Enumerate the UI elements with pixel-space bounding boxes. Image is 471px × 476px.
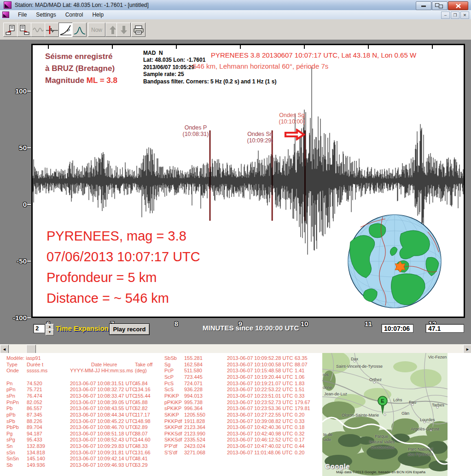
response-curve-icon: P: [60, 24, 72, 35]
save-record-button[interactable]: [17, 23, 31, 37]
table-row: 1.83: [295, 381, 304, 386]
map-terrain: E: [322, 353, 448, 476]
y-tick-label: -50: [4, 257, 27, 265]
table-row: 88.226: [27, 418, 42, 424]
table-row: 1.06: [295, 374, 304, 380]
table-row: 511.580: [184, 368, 202, 373]
cursor-value-field[interactable]: 47.1: [425, 324, 464, 333]
table-row: 144.60: [135, 437, 151, 442]
event-header-line1: PYRENEES 3.8 20130607 10:07:17 UTC, Lat …: [211, 51, 416, 59]
sg-arrow-icon: [284, 129, 305, 141]
map-place-label: Saint-Vincent-de-Tyrosse: [336, 364, 383, 369]
table-row: 2013-06-07 10:09:31.81 UTC: [70, 450, 136, 455]
titlebar[interactable]: Station: MAD/MAD Lat: 48.035 Lon: -1.760…: [0, 0, 471, 11]
table-row: PcP: [164, 368, 174, 373]
table-header: Type: [6, 362, 17, 367]
table-row: 2013-06-07 10:08:46.70 UTC: [70, 424, 136, 430]
table-row: Sb: [6, 462, 12, 468]
table-row: PKiKP: [164, 393, 179, 399]
table-row: Sg: [164, 362, 170, 367]
close-button[interactable]: [448, 1, 468, 10]
print-button[interactable]: [131, 23, 145, 37]
scroll-left-button[interactable]: ◄: [0, 345, 9, 353]
table-row: 134.818: [27, 450, 45, 455]
table-row: 2013-06-07 10:09:52.28 UTC: [227, 355, 293, 361]
magnitude-value: ML = 3.8: [87, 76, 117, 85]
event-summary-block: PYRENEES, mag = 3.8 07/06/2013 10:07:17 …: [47, 226, 200, 309]
mdi-close-button[interactable]: ✕: [460, 12, 469, 19]
table-row: 74.520: [27, 381, 42, 386]
menu-help[interactable]: Help: [87, 11, 108, 19]
menu-settings[interactable]: Settings: [31, 11, 60, 19]
mdi-minimize-button[interactable]: –: [441, 12, 450, 19]
mdi-restore-button[interactable]: ❐: [451, 12, 459, 19]
table-row: Sn: [6, 443, 12, 449]
table-row: 2013-06-07 10:08:44.34 UTC: [70, 412, 136, 417]
table-row: pPKiKP: [164, 400, 182, 405]
table-row: pPn: [6, 387, 16, 392]
table-row: 2013-06-07 11:01:48.06 UTC: [227, 450, 292, 455]
y-tick-label: -100: [4, 314, 27, 322]
table-row: ScS: [164, 387, 174, 392]
printer-icon: [133, 25, 144, 35]
table-row: 995.738: [184, 400, 203, 405]
table-row: 2013-06-07 10:08:52.43 UTC: [70, 437, 136, 442]
table-row: 2013-06-07 10:39:08.82 UTC: [227, 418, 293, 424]
scroll-down-button[interactable]: [116, 23, 131, 37]
table-row: 63.29: [135, 462, 148, 468]
spin-down-button[interactable]: ▼: [46, 329, 54, 335]
map-place-label: Orthez: [369, 377, 382, 382]
raw-trace-button[interactable]: [31, 23, 45, 37]
table-row: 2013-06-07 10:08:32.72 UTC: [70, 387, 136, 392]
table-row: P'P'df: [164, 443, 177, 449]
table-row: 724.071: [184, 381, 203, 386]
table-row: 89.704: [27, 424, 42, 430]
scrollbar-thumb[interactable]: [26, 345, 36, 353]
table-row: 0.44: [295, 443, 304, 449]
bell-curve-button[interactable]: [72, 23, 87, 37]
annotation-ondes-p: Ondes P(10:08:31): [182, 124, 209, 137]
table-row: 0.33: [295, 393, 304, 399]
table-header: Onde: [6, 368, 19, 373]
menu-control[interactable]: Control: [61, 11, 88, 19]
table-row: 0.33: [295, 418, 304, 424]
load-record-button[interactable]: [3, 23, 17, 37]
table-header: sssss.ms: [27, 368, 47, 373]
table-row: 2013-06-07 10:09:29.83 UTC: [70, 443, 136, 449]
table-header: YYYY-MM-JJ HH:mm:ss.ms: [70, 368, 133, 373]
phase-panel: Modèle: iasp91TypeDurée tDate HeureTake …: [0, 353, 471, 476]
restore-button[interactable]: [432, 1, 448, 10]
table-row: 155.44: [135, 393, 151, 399]
scroll-right-button[interactable]: ►: [463, 345, 471, 353]
minimize-button[interactable]: [416, 1, 431, 10]
response-curve-button[interactable]: P: [58, 23, 73, 37]
app-window: Station: MAD/MAD Lat: 48.035 Lon: -1.760…: [0, 0, 471, 476]
filter-pick-button[interactable]: [45, 23, 59, 37]
time-expansion-input[interactable]: 2: [33, 324, 45, 333]
table-row: Pn: [6, 381, 12, 386]
table-row: 1205.550: [184, 412, 205, 417]
map-place-label: des Pyrénées: [408, 452, 433, 457]
play-record-button[interactable]: Play record: [109, 323, 150, 335]
table-row: 1.41: [295, 368, 304, 373]
table-row: 2013-06-07 10:19:21.07 UTC: [227, 381, 293, 386]
table-row: pPb: [6, 412, 16, 417]
table-row: 0.17: [295, 437, 304, 442]
map-place-label: Dax: [351, 357, 358, 361]
table-row: 88.07: [135, 431, 148, 436]
y-tick-label: 100: [4, 87, 27, 95]
cursor-time-field[interactable]: 10:07:06: [381, 324, 413, 333]
menu-file[interactable]: File: [13, 11, 31, 19]
horizontal-scrollbar[interactable]: ◄ ►: [0, 344, 471, 353]
table-row: 134.16: [135, 387, 151, 392]
table-row: 45.84: [135, 381, 148, 386]
table-row: 2013-06-07 10:08:33.47 UTC: [70, 393, 136, 399]
table-row: 62.89: [135, 424, 148, 430]
map-place-label: Jean-de-Luz: [324, 392, 347, 396]
table-row: 2013-06-07 10:08:39.05 UTC: [70, 400, 136, 405]
plot-region: Séisme enregistré à BRUZ (Bretagne) Magn…: [0, 40, 471, 344]
table-row: 2013-06-07 10:09:46.93 UTC: [70, 462, 136, 468]
now-button[interactable]: Now: [88, 23, 105, 37]
table-row: PcS: [164, 381, 174, 386]
location-map[interactable]: E DaxSaint-Vincent-de-TyrosseVic-Fezenro…: [322, 353, 448, 476]
